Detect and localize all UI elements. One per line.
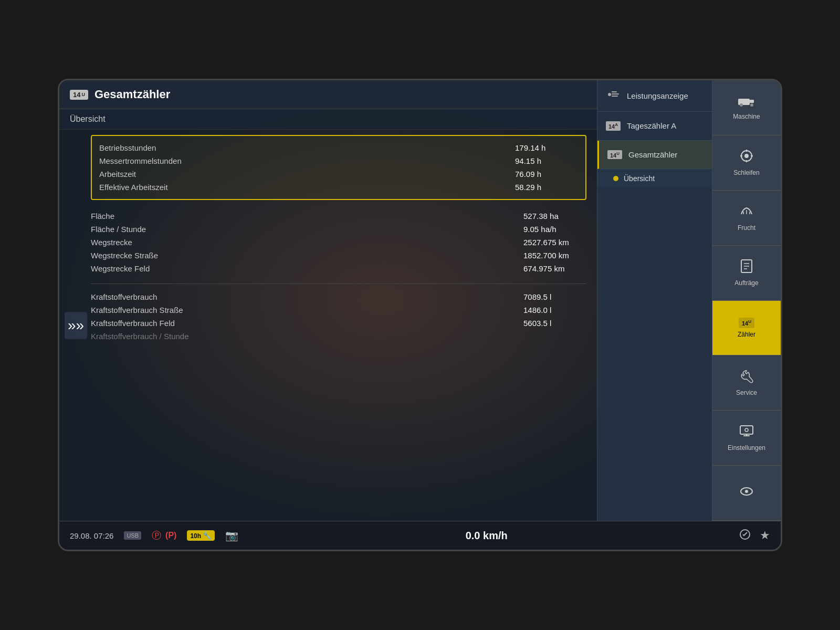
svg-rect-22 [743,435,750,436]
star-icon: ★ [760,529,770,542]
data-section: Betriebsstunden 179.14 h Messertrommelst… [59,130,597,356]
status-bar: 29.08. 07:26 USB Ⓟ (P) 10h 🔧 📷 0.0 km/h [59,521,781,550]
table-row: Messertrommelstunden 94.15 h [99,154,578,167]
einstellungen-icon [739,425,754,442]
camera-icon: 📷 [225,529,238,542]
parking-label: (P) [165,531,176,540]
table-row: Wegstrecke Straße 1852.700 km [91,249,586,262]
schleifen-icon [739,149,754,166]
usb-status: USB [124,531,141,540]
tageszahler-label: Tageszähler A [627,121,676,130]
svg-rect-4 [738,99,750,105]
right-status-icons: ★ [739,528,770,543]
ubersicht-label: Übersicht [624,174,655,183]
more-icon [740,486,753,500]
mid-sub-ubersicht[interactable]: Übersicht [597,169,712,188]
tageszahler-badge: 14A [606,121,621,131]
zahler-icon: 14U [739,318,754,328]
datetime-display: 29.08. 07:26 [70,531,113,540]
einstellungen-label: Einstellungen [728,444,765,452]
wrench-icon: 🔧 [203,531,212,540]
table-row: Kraftstoffverbrauch 7089.5 l [91,290,586,303]
active-dot [613,176,618,181]
parking-status: Ⓟ (P) [152,529,176,542]
right-nav-panel: Maschine Schleifen [712,80,781,521]
table-row: Fläche 527.38 ha [91,209,586,223]
service-label: Service [736,389,757,396]
left-panel: 14U Gesamtzähler Übersicht »» Betriebsst… [59,80,597,521]
service-icon [740,370,753,386]
speed-display: 0.0 km/h [245,530,728,542]
mid-item-tageszahler[interactable]: 14A Tageszähler A [597,112,712,141]
badge-14: 14U [70,90,88,100]
header-bar: 14U Gesamtzähler [59,80,597,109]
svg-rect-3 [612,96,618,97]
frucht-icon [739,204,754,222]
svg-rect-1 [612,93,619,94]
settings-status-icon [739,528,751,543]
flache-block: Fläche 527.38 ha Fläche / Stunde 9.05 ha… [91,208,586,276]
page-title: Gesamtzähler [94,88,170,101]
table-row: Kraftstoffverbrauch Feld 5603.5 l [91,317,586,330]
table-row: Wegstrecke 2527.675 km [91,236,586,249]
service-status: 10h 🔧 [187,530,215,541]
svg-point-26 [745,490,748,493]
table-row: Effektive Arbeitszeit 58.29 h [99,181,578,194]
table-row: Kraftstoffverbrauch Straße 1486.0 l [91,303,586,317]
sub-header: Übersicht [59,109,597,130]
highlighted-block: Betriebsstunden 179.14 h Messertrommelst… [91,135,586,200]
svg-point-6 [740,103,743,107]
mid-item-gesamtzahler[interactable]: 14U Gesamtzähler [597,141,712,170]
service-time-badge: 10h 🔧 [187,530,215,541]
table-row: Kraftstoffverbrauch / Stunde [91,330,586,343]
gesamtzahler-label: Gesamtzähler [628,150,677,159]
nav-item-maschine[interactable]: Maschine [712,80,781,135]
nav-item-zahler[interactable]: 14U Zähler [712,301,781,356]
gesamtzahler-badge: 14U [607,150,622,160]
table-row: Betriebsstunden 179.14 h [99,141,578,154]
svg-point-24 [745,428,748,432]
middle-panel: Leistungsanzeige 14A Tageszähler A 14U G… [597,80,712,521]
datetime-text: 29.08. 07:26 [70,531,113,540]
maschine-label: Maschine [733,113,760,120]
nav-arrow-left[interactable]: »» [65,312,87,339]
table-row: Arbeitszeit 76.09 h [99,167,578,181]
table-row: Fläche / Stunde 9.05 ha/h [91,223,586,236]
zahler-label: Zähler [738,331,755,338]
parking-icon: Ⓟ [152,529,161,542]
nav-item-auftrage[interactable]: Aufträge [712,246,781,301]
svg-rect-21 [740,426,753,434]
auftrage-icon [740,259,753,277]
nav-item-service[interactable]: Service [712,355,781,411]
center-status: 📷 0.0 km/h [225,529,728,542]
auftrage-label: Aufträge [734,279,758,287]
table-row: Wegstrecke Feld 674.975 km [91,262,586,275]
leistungsanzeige-label: Leistungsanzeige [627,91,688,100]
mid-item-leistungsanzeige[interactable]: Leistungsanzeige [597,80,712,112]
kraftstoff-block: Kraftstoffverbrauch 7089.5 l Kraftstoffv… [91,289,586,344]
nav-item-more[interactable] [712,466,781,521]
maschine-icon [737,94,756,110]
frucht-label: Frucht [738,224,755,232]
leistungsanzeige-icon [606,90,621,102]
separator [91,284,586,284]
nav-item-frucht[interactable]: Frucht [712,191,781,246]
nav-item-einstellungen[interactable]: Einstellungen [712,411,781,466]
svg-rect-5 [750,100,754,103]
usb-badge: USB [124,531,141,540]
svg-point-9 [744,154,749,158]
svg-point-7 [750,103,753,107]
nav-item-schleifen[interactable]: Schleifen [712,135,781,191]
schleifen-label: Schleifen [733,169,759,176]
svg-rect-2 [612,91,617,92]
svg-point-0 [608,93,611,96]
